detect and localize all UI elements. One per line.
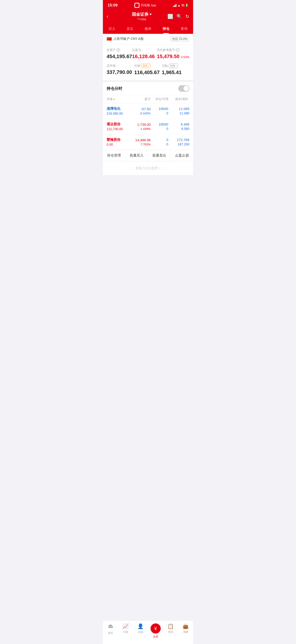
view-cleared-link[interactable]: 查看已清仓股票 > [135, 166, 161, 170]
nav-market-label: 行情 [123, 630, 128, 634]
trade-button[interactable]: ¥ [150, 624, 161, 634]
pnl-pct-1: -0.045% [133, 112, 150, 115]
position-header: 持仓分时 [103, 82, 193, 95]
manage-position-button[interactable]: 持仓管理 [103, 150, 126, 161]
nav-trade[interactable]: ¥ 交易 [148, 622, 163, 639]
col-market-value[interactable]: 市值 [107, 97, 133, 101]
view-cleared-section: 查看已清仓股票 > [103, 162, 193, 175]
available-value: 116,405.67 [134, 70, 162, 76]
pnl-value-1: -97.50 [133, 107, 150, 111]
nav-wealth[interactable]: 👜 理财 [178, 622, 193, 639]
hold-available-2: 0 [150, 127, 168, 130]
current-price-3: 187.200 [168, 142, 189, 146]
app-icon [134, 3, 140, 8]
bottom-nav: 首页 📈 行情 👤 自选 ¥ 交易 📋 资讯 👜 理财 [103, 620, 193, 644]
stock-cost-col-3: 172.768 187.200 [168, 138, 189, 146]
hold-value-3: 0 [150, 138, 168, 142]
sort-icon [113, 98, 115, 100]
stats-section: 总资产 👁 454,195.67 总盈亏 16,128.46 当日参考盈亏 ⓘ … [103, 44, 193, 80]
broker-name[interactable]: 国金证券 [132, 12, 152, 17]
market-value-value: 337,790.00 [107, 69, 134, 75]
status-right: ▲ 31 🔋 [173, 4, 188, 7]
tab-buy[interactable]: 买入 [103, 24, 121, 34]
search-icon[interactable]: 🔍 [176, 14, 182, 19]
total-assets-label: 总资产 👁 [107, 48, 132, 52]
tab-sell[interactable]: 卖出 [121, 24, 139, 34]
tab-query[interactable]: 查询 [175, 24, 193, 34]
position-timing-toggle[interactable] [178, 85, 189, 92]
available-stat: 可用 国债 › 116,405.67 [134, 64, 162, 76]
wealth-icon: 👜 [182, 624, 189, 630]
current-price-1: 11.080 [168, 112, 189, 115]
stock-row-huhan[interactable]: 慧翰股份 0.00 14,486.96 7.763% 0 0 172.768 1… [103, 134, 193, 150]
pnl-value-2: 1,739.00 [133, 122, 150, 126]
stock-cost-col-1: 11.085 11.080 [168, 107, 189, 115]
refresh-icon[interactable]: ↻ [185, 14, 189, 19]
external-link-icon[interactable]: ⬜ [167, 14, 173, 19]
signal-bars-icon [173, 4, 176, 7]
stock-row-xdec[interactable]: 湘潭电化 216,060.00 -97.50 -0.045% 19500 0 1… [103, 103, 193, 119]
withdrawable-label: 可取 转账 › [162, 64, 189, 68]
navigation-tabs: 买入 卖出 撤单 持仓 查询 [103, 24, 193, 34]
nav-watchlist[interactable]: 👤 自选 [133, 622, 148, 639]
col-cost: 成本/现价 › [168, 97, 189, 101]
market-value-label: 总市值 [107, 64, 134, 68]
tab-cancel[interactable]: 撤单 [139, 24, 157, 34]
watchlist-icon: 👤 [137, 624, 144, 630]
stock-row-tda[interactable]: 通达股份 121,730.00 1,739.00 1.449% 18500 0 … [103, 119, 193, 134]
stop-loss-button[interactable]: 止盈止损 [171, 150, 193, 161]
position-section: 持仓分时 市值 盈亏 持仓/可用 成本/现价 › 湘 [103, 82, 193, 150]
withdrawable-stat: 可取 转账 › 1,965.41 [162, 64, 189, 76]
withdrawable-value: 1,965.41 [162, 70, 189, 76]
nav-wealth-label: 理财 [183, 630, 188, 634]
svg-rect-5 [112, 626, 113, 628]
table-header: 市值 盈亏 持仓/可用 成本/现价 › [103, 95, 193, 103]
hold-available-1: 0 [150, 112, 168, 115]
news-icon: 📋 [167, 624, 174, 630]
back-button[interactable]: ‹ [107, 14, 108, 20]
cn-flag-icon: 🇨🇳 [107, 36, 112, 42]
svg-rect-12 [111, 625, 112, 626]
battery-icon: 31 🔋 [181, 4, 188, 7]
available-label: 可用 国债 › [134, 64, 162, 68]
cost-value-1: 11.085 [168, 107, 189, 111]
daily-pnl-value: 15,479.50 3.53% [157, 54, 189, 60]
tab-position[interactable]: 持仓 [157, 24, 175, 34]
nav-home[interactable]: 首页 [103, 622, 118, 639]
nav-news[interactable]: 📋 资讯 [163, 622, 178, 639]
stock-hold-col-2: 18500 0 [150, 122, 168, 130]
total-assets-stat: 总资产 👁 454,195.67 [107, 48, 132, 60]
stock-name-1: 湘潭电化 [107, 106, 133, 111]
info-icon[interactable]: ⓘ [176, 48, 179, 52]
stock-pnl-col-3: 14,486.96 7.763% [133, 138, 150, 146]
cost-value-3: 172.768 [168, 138, 189, 142]
eye-icon[interactable]: 👁 [117, 48, 120, 52]
treasury-bond-tag[interactable]: 国债 › [141, 64, 150, 68]
status-center: 同花顺 App [134, 3, 156, 8]
col-hold: 持仓/可用 [150, 97, 168, 101]
trade-icon: ¥ [154, 626, 157, 631]
stock-pnl-col-2: 1,739.00 1.449% [133, 122, 150, 130]
total-pnl-stat: 总盈亏 16,128.46 [132, 48, 157, 60]
hold-value-2: 18500 [150, 122, 168, 126]
stock-hold-col-1: 19500 0 [150, 107, 168, 115]
stock-name-3: 慧翰股份 [107, 138, 133, 142]
stock-cost-col-2: 6.486 6.580 [168, 122, 189, 130]
hold-value-1: 19500 [150, 107, 168, 111]
batch-sell-button[interactable]: 批量卖出 [148, 150, 171, 161]
total-pnl-value: 16,128.46 [132, 54, 157, 60]
col-pnl: 盈亏 [133, 97, 150, 101]
transfer-tag[interactable]: 转账 › [169, 64, 178, 68]
header-right: ⬜ 🔍 ↻ [167, 14, 189, 19]
dropdown-arrow-icon [149, 14, 152, 15]
svg-rect-11 [109, 625, 110, 626]
svg-rect-6 [111, 627, 112, 628]
cost-value-2: 6.486 [168, 122, 189, 126]
status-bar: 15:09 同花顺 App ▲ 31 🔋 [103, 0, 193, 10]
app-name: 同花顺 App [141, 3, 156, 8]
action-buttons: 持仓管理 批量买入 批量卖出 止盈止损 [103, 150, 193, 161]
batch-buy-button[interactable]: 批量买入 [126, 150, 148, 161]
stock-name-col-2: 通达股份 121,730.00 [107, 122, 133, 131]
nav-market[interactable]: 📈 行情 [118, 622, 133, 639]
account-bar: 🇨🇳 人民币账户 CNY A股 仓位 74.4% [103, 34, 193, 44]
